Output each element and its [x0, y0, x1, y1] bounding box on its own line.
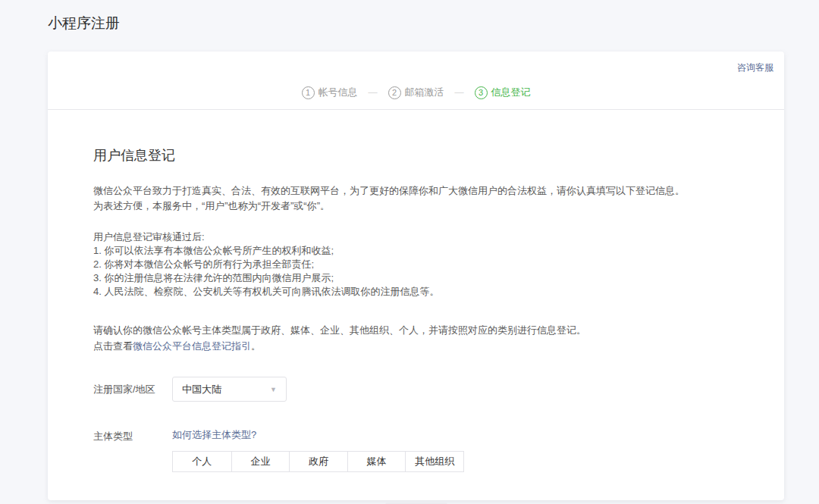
card-header: 咨询客服 1 帐号信息 — 2 邮箱激活 — 3 信息登记	[48, 52, 784, 110]
step-number-badge: 2	[388, 86, 401, 99]
step-label: 帐号信息	[318, 86, 358, 99]
tab-personal[interactable]: 个人	[173, 452, 231, 471]
subject-type-help-link[interactable]: 如何选择主体类型?	[172, 428, 464, 442]
chevron-down-icon: ▼	[270, 386, 277, 393]
guide-prefix: 点击查看	[93, 340, 133, 352]
review-item: 3. 你的注册信息将在法律允许的范围内向微信用户展示;	[93, 271, 739, 285]
step-email-activation: 2 邮箱激活	[388, 86, 444, 99]
country-selected-value: 中国大陆	[182, 383, 221, 396]
step-number-badge: 3	[475, 86, 488, 99]
subject-type-column: 如何选择主体类型? 个人 企业 政府 媒体 其他组织	[172, 428, 464, 472]
confirm-line: 请确认你的微信公众帐号主体类型属于政府、媒体、企业、其他组织、个人，并请按照对应…	[93, 322, 739, 338]
step-label: 邮箱激活	[405, 86, 444, 99]
step-connector: —	[455, 87, 464, 98]
registration-guide-link[interactable]: 微信公众平台信息登记指引	[133, 340, 251, 352]
tab-media[interactable]: 媒体	[347, 452, 406, 471]
intro-line: 微信公众平台致力于打造真实、合法、有效的互联网平台，为了更好的保障你和广大微信用…	[93, 183, 739, 199]
step-info-registration: 3 信息登记	[475, 86, 531, 99]
guide-line: 点击查看微信公众平台信息登记指引。	[93, 338, 739, 354]
country-label: 注册国家/地区	[93, 383, 172, 396]
step-label: 信息登记	[491, 86, 531, 99]
page-title: 小程序注册	[48, 14, 120, 33]
subject-type-row: 主体类型 如何选择主体类型? 个人 企业 政府 媒体 其他组织	[93, 428, 739, 472]
tab-other-organization[interactable]: 其他组织	[405, 452, 463, 471]
intro-line: 为表述方便，本服务中，“用户”也称为“开发者”或“你”。	[93, 199, 739, 214]
review-item: 1. 你可以依法享有本微信公众帐号所产生的权利和收益;	[93, 244, 739, 258]
review-title: 用户信息登记审核通过后:	[93, 230, 739, 244]
customer-service-link[interactable]: 咨询客服	[737, 61, 774, 74]
step-account-info: 1 帐号信息	[302, 86, 358, 99]
subject-type-tabs: 个人 企业 政府 媒体 其他组织	[172, 451, 464, 472]
section-heading: 用户信息登记	[93, 146, 739, 164]
tab-enterprise[interactable]: 企业	[231, 452, 290, 471]
subject-type-label: 主体类型	[93, 428, 172, 443]
review-item: 2. 你将对本微信公众帐号的所有行为承担全部责任;	[93, 258, 739, 271]
card-body: 用户信息登记 微信公众平台致力于打造真实、合法、有效的互联网平台，为了更好的保障…	[48, 110, 784, 504]
confirm-block: 请确认你的微信公众帐号主体类型属于政府、媒体、企业、其他组织、个人，并请按照对应…	[93, 322, 739, 354]
country-row: 注册国家/地区 中国大陆 ▼	[93, 377, 739, 402]
step-number-badge: 1	[302, 86, 315, 99]
guide-suffix: 。	[251, 340, 261, 352]
step-connector: —	[369, 87, 378, 98]
registration-card: 咨询客服 1 帐号信息 — 2 邮箱激活 — 3 信息登记 用户信息登记 微信公…	[48, 52, 784, 500]
review-item: 4. 人民法院、检察院、公安机关等有权机关可向腾讯依法调取你的注册信息等。	[93, 285, 739, 299]
country-select[interactable]: 中国大陆 ▼	[172, 377, 287, 402]
tab-government[interactable]: 政府	[289, 452, 347, 471]
progress-steps: 1 帐号信息 — 2 邮箱激活 — 3 信息登记	[48, 86, 784, 99]
review-terms-block: 用户信息登记审核通过后: 1. 你可以依法享有本微信公众帐号所产生的权利和收益;…	[93, 230, 739, 299]
intro-paragraph: 微信公众平台致力于打造真实、合法、有效的互联网平台，为了更好的保障你和广大微信用…	[93, 183, 739, 214]
